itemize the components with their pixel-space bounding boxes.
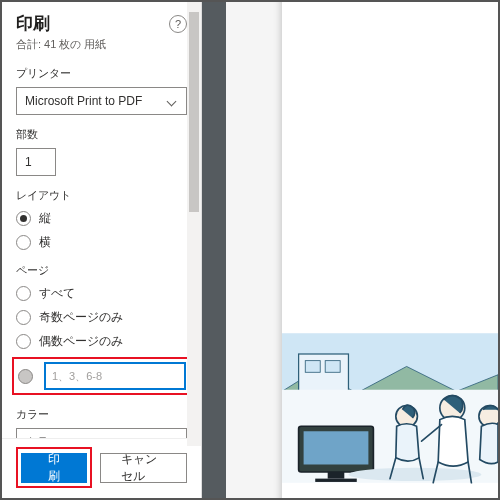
copies-label: 部数	[16, 127, 187, 142]
page-title: 印刷	[16, 12, 169, 35]
layout-landscape-option[interactable]: 横	[16, 234, 187, 251]
radio-icon	[18, 369, 33, 384]
pages-even-option[interactable]: 偶数ページのみ	[16, 333, 187, 350]
svg-rect-4	[325, 361, 340, 373]
color-select[interactable]: カラー	[16, 428, 187, 438]
svg-rect-3	[305, 361, 320, 373]
radio-icon	[16, 286, 31, 301]
printer-label: プリンター	[16, 66, 187, 81]
total-sheets: 合計: 41 枚の 用紙	[16, 37, 169, 52]
pages-all-option[interactable]: すべて	[16, 285, 187, 302]
layout-portrait-option[interactable]: 縦	[16, 210, 187, 227]
chevron-down-icon	[168, 96, 178, 106]
chevron-down-icon	[168, 437, 178, 438]
printer-value: Microsoft Print to PDF	[25, 94, 142, 108]
radio-icon	[16, 334, 31, 349]
layout-label: レイアウト	[16, 188, 187, 203]
svg-rect-7	[304, 431, 369, 464]
scrollbar-thumb[interactable]	[189, 12, 199, 212]
radio-icon	[16, 211, 31, 226]
radio-icon	[16, 310, 31, 325]
pages-custom-option[interactable]: 1、3、6-8	[12, 357, 191, 395]
printer-select[interactable]: Microsoft Print to PDF	[16, 87, 187, 115]
help-icon[interactable]: ?	[169, 15, 187, 33]
svg-rect-2	[299, 354, 349, 391]
sidebar-scrollbar[interactable]	[187, 2, 201, 446]
pages-custom-input[interactable]: 1、3、6-8	[45, 363, 185, 389]
dialog-footer: 印刷 キャンセル	[2, 438, 201, 498]
svg-rect-8	[328, 472, 345, 479]
svg-rect-9	[315, 479, 357, 482]
preview-illustration	[282, 318, 498, 498]
pages-odd-option[interactable]: 奇数ページのみ	[16, 309, 187, 326]
radio-icon	[16, 235, 31, 250]
preview-area: マニュアル	[226, 2, 498, 498]
copies-input[interactable]: 1	[16, 148, 56, 176]
cancel-button[interactable]: キャンセル	[100, 453, 187, 483]
pages-label: ページ	[16, 263, 187, 278]
print-button[interactable]: 印刷	[21, 453, 87, 483]
color-label: カラー	[16, 407, 187, 422]
svg-point-10	[348, 468, 481, 481]
preview-gutter	[202, 2, 226, 498]
